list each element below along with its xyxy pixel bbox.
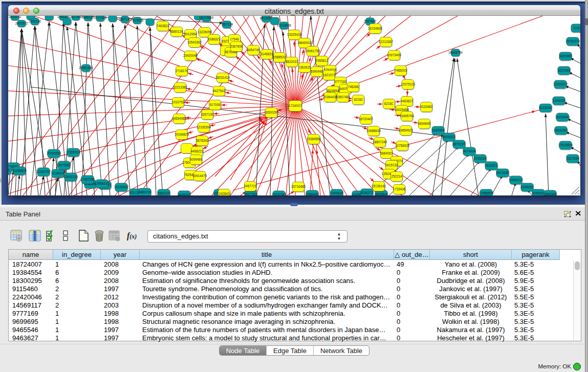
svg-text:13958187: 13958187 (95, 182, 110, 185)
svg-text:9463627: 9463627 (401, 99, 413, 103)
svg-text:15692901: 15692901 (554, 128, 569, 132)
svg-text:5682115: 5682115 (158, 191, 170, 195)
svg-text:9115460: 9115460 (420, 105, 433, 108)
svg-text:15716485: 15716485 (291, 185, 306, 188)
svg-text:9099489: 9099489 (190, 158, 203, 161)
svg-text:10688639: 10688639 (366, 129, 381, 133)
svg-text:3660124: 3660124 (170, 30, 183, 33)
svg-text:10228452: 10228452 (114, 185, 129, 189)
svg-text:12342757: 12342757 (36, 170, 51, 173)
svg-text:12093872: 12093872 (553, 82, 568, 86)
svg-text:7632621: 7632621 (485, 164, 498, 167)
svg-text:7515526: 7515526 (131, 18, 144, 22)
svg-text:1640954: 1640954 (432, 128, 445, 132)
svg-text:2087682: 2087682 (364, 19, 377, 23)
svg-text:19166825: 19166825 (175, 133, 189, 136)
svg-text:9457721: 9457721 (244, 184, 257, 188)
svg-text:1071918: 1071918 (94, 16, 107, 19)
svg-text:4498222: 4498222 (191, 149, 204, 153)
svg-text:8466160: 8466160 (82, 16, 95, 19)
svg-text:2009140: 2009140 (29, 19, 41, 23)
svg-text:8489709: 8489709 (139, 190, 151, 194)
svg-text:10756928: 10756928 (395, 144, 410, 147)
svg-text:1010752: 1010752 (172, 100, 185, 104)
svg-text:15157347: 15157347 (272, 193, 287, 195)
svg-text:12935135: 12935135 (63, 175, 78, 179)
svg-text:1621072: 1621072 (323, 73, 336, 77)
svg-text:62160: 62160 (354, 98, 363, 101)
svg-text:6216C: 6216C (384, 102, 394, 105)
svg-text:16914479: 16914479 (192, 174, 207, 178)
svg-text:20053346: 20053346 (79, 66, 94, 70)
svg-text:3267130: 3267130 (201, 113, 214, 116)
svg-text:1362615: 1362615 (298, 65, 311, 69)
svg-text:10543362: 10543362 (187, 40, 202, 44)
svg-text:242843: 242843 (219, 192, 230, 195)
svg-text:16648794: 16648794 (448, 51, 463, 54)
svg-text:1527602: 1527602 (70, 16, 82, 18)
svg-text:17956909: 17956909 (479, 191, 494, 195)
svg-text:20200558: 20200558 (47, 151, 61, 155)
svg-text:12975115: 12975115 (401, 82, 415, 86)
svg-text:5912954: 5912954 (184, 32, 197, 36)
svg-text:6879197: 6879197 (453, 142, 466, 146)
svg-text:9245052: 9245052 (521, 185, 534, 189)
svg-text:8938923: 8938923 (443, 135, 455, 139)
svg-text:7463822: 7463822 (157, 24, 169, 28)
svg-text:39143: 39143 (8, 168, 10, 172)
svg-text:11121: 11121 (573, 26, 580, 30)
svg-text:9227342: 9227342 (558, 69, 571, 72)
svg-text:9329965: 9329965 (559, 54, 572, 58)
svg-text:8822037: 8822037 (286, 60, 298, 63)
svg-text:2367608: 2367608 (230, 45, 243, 48)
svg-text:19218906: 19218906 (277, 24, 292, 27)
svg-text:16154808: 16154808 (368, 27, 383, 30)
svg-text:15751074: 15751074 (565, 39, 580, 43)
svg-text:7485003: 7485003 (395, 69, 407, 72)
svg-text:15136141: 15136141 (372, 184, 386, 188)
svg-text:17359924: 17359924 (66, 150, 81, 154)
svg-text:9699695: 9699695 (418, 122, 431, 125)
svg-text:9777169: 9777169 (334, 80, 347, 83)
svg-text:19384554: 19384554 (307, 137, 321, 141)
svg-text:1999828: 1999828 (331, 191, 343, 195)
svg-text:2935114: 2935114 (474, 157, 487, 160)
svg-text:12213367: 12213367 (379, 40, 394, 43)
svg-text:8471636: 8471636 (496, 171, 509, 174)
svg-text:9245052: 9245052 (532, 191, 545, 195)
svg-text:18640910: 18640910 (297, 41, 312, 45)
svg-text:3917183: 3917183 (245, 192, 257, 195)
svg-text:26031414: 26031414 (215, 76, 230, 79)
svg-text:19654985: 19654985 (172, 117, 187, 120)
svg-text:19654923: 19654923 (399, 128, 413, 132)
svg-text:1134519: 1134519 (52, 171, 64, 175)
svg-text:9474444: 9474444 (463, 149, 476, 153)
svg-text:5878342: 5878342 (196, 139, 209, 142)
svg-text:10654112: 10654112 (509, 178, 523, 182)
svg-text:11156829: 11156829 (12, 169, 27, 172)
svg-text:8990448: 8990448 (311, 70, 323, 73)
svg-text:1588520: 1588520 (273, 55, 286, 59)
svg-text:5684067: 5684067 (380, 151, 393, 155)
svg-text:1167534: 1167534 (567, 157, 579, 160)
svg-text:2405572: 2405572 (15, 21, 28, 25)
svg-text:2066449: 2066449 (306, 192, 319, 195)
svg-text:1615132: 1615132 (385, 163, 398, 167)
svg-text:7955812: 7955812 (316, 59, 329, 62)
svg-text:1733436: 1733436 (393, 187, 406, 191)
svg-text:17957255: 17957255 (80, 178, 95, 181)
svg-text:18807249: 18807249 (373, 140, 387, 144)
svg-text:10973493: 10973493 (387, 53, 402, 57)
svg-text:9146821: 9146821 (260, 52, 273, 56)
svg-text:8186323: 8186323 (208, 37, 221, 41)
svg-text:16210643: 16210643 (555, 115, 570, 119)
svg-text:17240O7: 17240O7 (289, 104, 302, 107)
svg-text:12335394: 12335394 (197, 125, 211, 129)
svg-text:13325419: 13325419 (287, 33, 302, 36)
svg-text:17016504: 17016504 (558, 143, 573, 147)
svg-text:1890399: 1890399 (544, 192, 557, 195)
svg-text:7857224: 7857224 (221, 23, 233, 26)
svg-text:917006: 917006 (209, 103, 221, 106)
svg-text:8215958: 8215958 (539, 106, 552, 110)
svg-text:4439167: 4439167 (178, 193, 191, 195)
